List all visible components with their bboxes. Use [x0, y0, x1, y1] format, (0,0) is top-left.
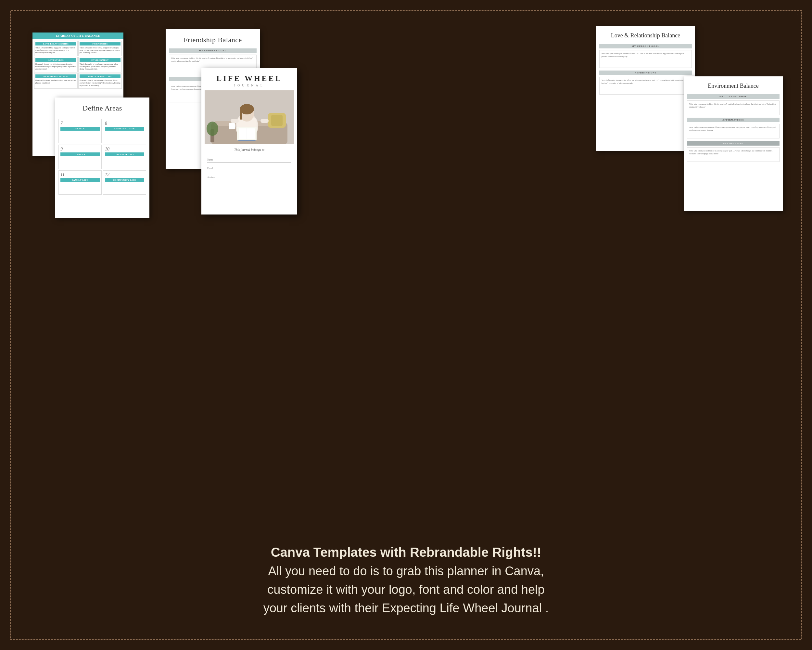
area-adventures: ADVENTURES How much time do you get to t… [34, 57, 78, 72]
define-spiritual-num: 8 [105, 121, 144, 126]
areas-header: 12 AREAS OF LIFE BALANCE [32, 32, 124, 39]
area-environment-text: This is the quality of your home, your c… [79, 63, 121, 71]
friendship-title: Friendship Balance [166, 29, 260, 46]
journal-belongs-text: This journal belongs to [201, 144, 297, 154]
area-friendships-header: FRIENDSHIPS [79, 42, 121, 46]
journal-cover-image [205, 90, 294, 144]
area-love: LOVE RELATIONSHIPS This is a measure of … [34, 41, 78, 56]
journal-email-field: Email [207, 164, 292, 171]
area-intellectual: INTELLECTUAL LIFE How much time do you s… [78, 73, 122, 89]
define-community-label: COMMUNITY LIFE [105, 178, 144, 182]
environment-action-text: Write what action you need to take to ac… [687, 147, 780, 162]
bottom-line1: Canva Templates with Rebrandable Rights!… [39, 543, 773, 562]
area-friendships: FRIENDSHIPS This is a measure of how str… [78, 41, 122, 56]
define-areas-grid: 7 SKILLS 8 SPIRITUAL LIFE 9 CAREER 10 CR… [55, 116, 150, 198]
journal-title: LIFE WHEEL [201, 68, 297, 84]
define-creative-label: CREATIVE LIFE [105, 153, 144, 156]
journal-photo [205, 90, 294, 144]
define-spiritual-label: SPIRITUAL LIFE [105, 127, 144, 131]
svg-point-20 [206, 122, 218, 136]
define-spiritual: 8 SPIRITUAL LIFE [103, 119, 146, 143]
area-love-header: LOVE RELATIONSHIPS [35, 42, 76, 46]
define-family: 11 FAMILY LIFE [58, 170, 102, 195]
environment-action-label: ACTION STEPS [687, 141, 780, 145]
area-environment-header: ENVIRONMENT [79, 58, 121, 62]
define-career: 9 CAREER [58, 145, 102, 169]
area-friendships-text: This is a measure of how strong a suppor… [79, 46, 121, 55]
area-love-text: This is a measure of how happy you are i… [35, 46, 76, 55]
area-intellectual-text: How much time do you set aside to learn … [79, 79, 121, 87]
page-journal: LIFE WHEEL JOURNAL [201, 68, 297, 214]
love-affirmations-label: AFFIRMATIONS [599, 70, 692, 75]
svg-rect-10 [240, 110, 242, 119]
define-skills: 7 SKILLS [58, 119, 102, 143]
journal-address-label: Address [207, 176, 215, 179]
area-intellectual-header: INTELLECTUAL LIFE [79, 75, 121, 78]
journal-name-field: Name [207, 155, 292, 162]
svg-rect-11 [230, 119, 239, 123]
define-community: 12 COMMUNITY LIFE [103, 170, 146, 195]
love-goal-label: MY CURRENT GOAL [599, 44, 692, 49]
friendship-goal-label: MY CURRENT GOAL [169, 49, 256, 53]
page-love: Love & Relationship Balance MY CURRENT G… [596, 26, 695, 151]
love-title: Love & Relationship Balance [596, 26, 695, 42]
bottom-line3: customize it with your logo, font and co… [39, 580, 773, 599]
love-goal-text: Write what your current goal is in this … [599, 50, 692, 68]
define-creative: 10 CREATIVE LIFE [103, 145, 146, 169]
area-environment: ENVIRONMENT This is the quality of your … [78, 57, 122, 72]
area-health-header: HEALTH AND FITNESS [35, 75, 76, 78]
area-health: HEALTH AND FITNESS How would you rate yo… [34, 73, 78, 89]
environment-affirmations-text: Write 5 affirmative statements that affi… [687, 124, 780, 138]
define-career-num: 9 [60, 147, 100, 152]
svg-rect-16 [229, 123, 235, 129]
environment-affirmations-label: AFFIRMATIONS [687, 118, 780, 122]
environment-goal-label: MY CURRENT GOAL [687, 94, 780, 99]
journal-name-label: Name [207, 158, 213, 161]
area-health-text: How would you rate your health, given yo… [35, 79, 76, 85]
define-career-label: CAREER [60, 153, 100, 156]
bottom-line2: All you need to do is to grab this plann… [39, 562, 773, 580]
bottom-line4: your clients with their Expecting Life W… [39, 599, 773, 618]
area-adventures-text: How much time do you get to travel, expe… [35, 63, 76, 71]
define-creative-num: 10 [105, 147, 144, 152]
define-family-label: FAMILY LIFE [60, 178, 100, 182]
environment-goal-text: Write what your current goal is in this … [687, 101, 780, 115]
define-community-num: 12 [105, 172, 144, 177]
area-adventures-header: ADVENTURES [35, 58, 76, 62]
journal-email-label: Email [207, 167, 213, 170]
page-define: Define Areas 7 SKILLS 8 SPIRITUAL LIFE 9… [55, 98, 150, 218]
areas-grid: LOVE RELATIONSHIPS This is a measure of … [32, 39, 124, 90]
journal-subtitle: JOURNAL [201, 84, 297, 90]
define-skills-label: SKILLS [60, 127, 100, 131]
love-affirmations-text: Write 5 affirmative statements that affi… [599, 77, 692, 95]
svg-rect-4 [271, 115, 282, 126]
environment-title: Environment Balance [684, 76, 783, 92]
svg-rect-12 [261, 119, 269, 123]
define-title: Define Areas [55, 98, 150, 116]
page-environment: Environment Balance MY CURRENT GOAL Writ… [684, 76, 783, 211]
define-skills-num: 7 [60, 121, 100, 126]
define-family-num: 11 [60, 172, 100, 177]
bottom-text-block: Canva Templates with Rebrandable Rights!… [39, 543, 773, 618]
journal-address-field: Address [207, 173, 292, 180]
